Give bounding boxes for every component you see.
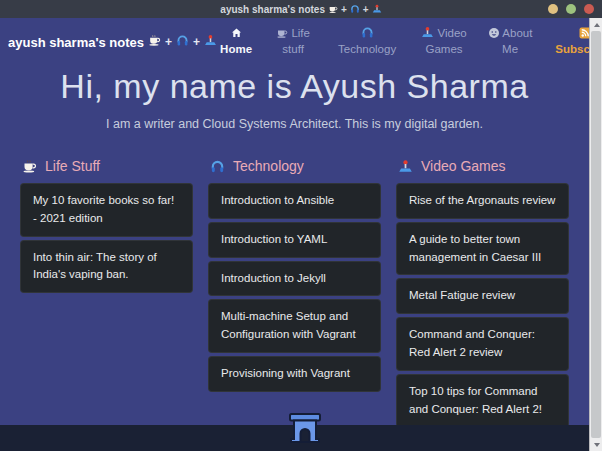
post-link[interactable]: Command and Conquer: Red Alert 2 review bbox=[396, 317, 569, 371]
webpage: ayush sharma's notes + + Home Life stuff… bbox=[0, 18, 589, 451]
column-header-technology: Technology bbox=[208, 158, 381, 174]
coffee-icon bbox=[148, 34, 161, 50]
page-footer bbox=[0, 425, 589, 451]
post-link[interactable]: A guide to better town management in Cae… bbox=[396, 222, 569, 276]
vertical-scrollbar[interactable] bbox=[589, 18, 602, 451]
nav-item-subscribe[interactable]: Subscribe! bbox=[552, 26, 589, 57]
headphones-icon bbox=[361, 27, 374, 39]
post-link[interactable]: Multi-machine Setup and Configuration wi… bbox=[208, 299, 381, 353]
close-button[interactable] bbox=[584, 4, 594, 14]
headphones-icon bbox=[176, 34, 189, 50]
site-brand[interactable]: ayush sharma's notes + + bbox=[8, 26, 217, 50]
scroll-down-arrow[interactable] bbox=[590, 438, 602, 451]
scrollbar-thumb[interactable] bbox=[591, 31, 601, 438]
page-subtitle: I am a writer and Cloud Systems Architec… bbox=[0, 117, 589, 131]
coffee-icon bbox=[22, 159, 37, 174]
post-link[interactable]: Introduction to YAML bbox=[208, 222, 381, 258]
page-title: Hi, my name is Ayush Sharma bbox=[0, 67, 589, 106]
post-link[interactable]: Introduction to Jekyll bbox=[208, 261, 381, 297]
column-life-stuff: Life Stuff My 10 favorite books so far! … bbox=[20, 158, 193, 431]
post-link[interactable]: My 10 favorite books so far! - 2021 edit… bbox=[20, 183, 193, 237]
joystick-icon bbox=[204, 34, 217, 50]
post-link[interactable]: Rise of the Argonauts review bbox=[396, 183, 569, 219]
column-video-games: Video Games Rise of the Argonauts review… bbox=[396, 158, 569, 431]
nav-item-life-stuff[interactable]: Life stuff bbox=[272, 26, 314, 57]
joystick-icon bbox=[398, 159, 413, 174]
column-technology: Technology Introduction to Ansible Intro… bbox=[208, 158, 381, 431]
smiley-icon bbox=[488, 27, 500, 39]
nav-item-about-me[interactable]: About Me bbox=[485, 26, 535, 57]
post-link[interactable]: Provisioning with Vagrant bbox=[208, 356, 381, 392]
window-controls bbox=[548, 4, 594, 14]
rss-icon bbox=[579, 27, 589, 39]
hero-section: Hi, my name is Ayush Sharma I am a write… bbox=[0, 67, 589, 131]
nav-menu: Home Life stuff Technology Video Games A… bbox=[217, 26, 589, 57]
column-header-life-stuff: Life Stuff bbox=[20, 158, 193, 174]
nav-item-technology[interactable]: Technology bbox=[331, 26, 403, 57]
site-navbar: ayush sharma's notes + + Home Life stuff… bbox=[0, 18, 589, 59]
nav-item-home[interactable]: Home bbox=[217, 26, 255, 57]
home-icon bbox=[230, 27, 243, 39]
post-link[interactable]: Introduction to Ansible bbox=[208, 183, 381, 219]
nav-item-video-games[interactable]: Video Games bbox=[420, 26, 468, 57]
maximize-button[interactable] bbox=[566, 4, 576, 14]
post-link[interactable]: Top 10 tips for Command and Conquer: Red… bbox=[396, 374, 569, 428]
post-columns: Life Stuff My 10 favorite books so far! … bbox=[0, 158, 589, 431]
headphones-icon bbox=[210, 159, 225, 174]
scroll-up-arrow[interactable] bbox=[590, 18, 602, 31]
window-title: ayush sharma's notes + + bbox=[220, 4, 381, 15]
arch-icon[interactable] bbox=[287, 413, 323, 447]
joystick-icon bbox=[421, 27, 434, 39]
post-link[interactable]: Metal Fatigue review bbox=[396, 278, 569, 314]
coffee-icon bbox=[276, 27, 288, 39]
coffee-icon bbox=[328, 4, 338, 14]
joystick-icon bbox=[372, 4, 382, 14]
column-header-video-games: Video Games bbox=[396, 158, 569, 174]
window-titlebar: ayush sharma's notes + + bbox=[0, 0, 602, 18]
headphones-icon bbox=[350, 4, 360, 14]
post-link[interactable]: Into thin air: The story of India's vapi… bbox=[20, 240, 193, 294]
minimize-button[interactable] bbox=[548, 4, 558, 14]
